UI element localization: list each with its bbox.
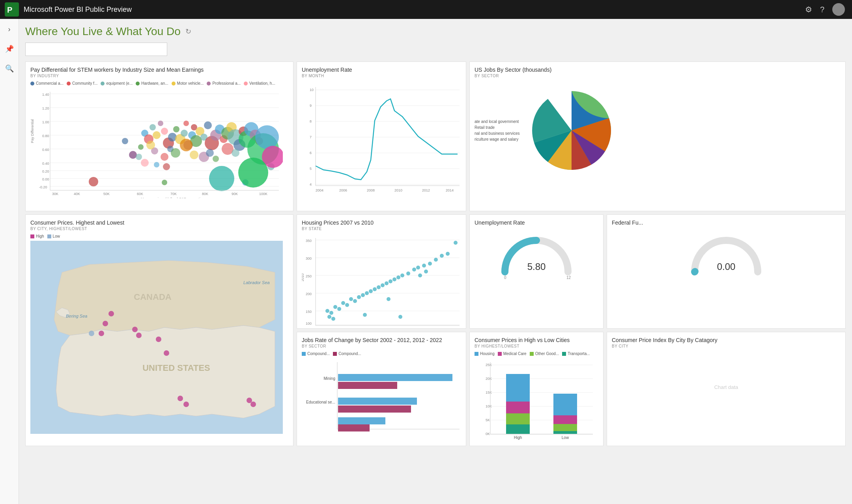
sidebar: › 📌 🔍 xyxy=(0,19,19,504)
svg-point-177 xyxy=(434,258,438,262)
svg-text:40K: 40K xyxy=(74,192,80,196)
legend-item: Community f... xyxy=(67,81,97,86)
svg-rect-198 xyxy=(338,398,417,405)
svg-point-178 xyxy=(440,254,444,258)
svg-point-182 xyxy=(331,317,335,321)
consumer-index-card: Consumer Price Index By City By Catagory… xyxy=(607,332,846,446)
svg-point-162 xyxy=(365,291,369,295)
svg-point-86 xyxy=(206,149,214,157)
svg-text:300: 300 xyxy=(306,257,312,260)
svg-text:0.00: 0.00 xyxy=(717,261,736,272)
svg-text:5: 5 xyxy=(310,167,312,171)
svg-text:2004: 2004 xyxy=(316,188,323,192)
svg-point-80 xyxy=(136,154,142,160)
svg-text:Mean earnings (dollars) S&E oc: Mean earnings (dollars) S&E occupations xyxy=(141,197,206,198)
svg-point-165 xyxy=(377,285,381,289)
sidebar-search-icon[interactable]: 🔍 xyxy=(2,61,17,76)
svg-text:300: 300 xyxy=(412,327,418,329)
svg-point-87 xyxy=(213,156,219,162)
refresh-icon[interactable]: ↻ xyxy=(185,27,191,36)
svg-text:6: 6 xyxy=(310,151,312,155)
svg-point-70 xyxy=(162,180,167,185)
svg-text:70K: 70K xyxy=(170,192,177,196)
svg-text:250: 250 xyxy=(306,274,312,278)
page-title: Where You Live & What You Do xyxy=(25,25,181,38)
unemployment-gauge-card: Unemployment Rate 5.80 0 12 xyxy=(469,214,604,329)
svg-point-124 xyxy=(156,337,161,342)
svg-text:50K: 50K xyxy=(103,192,110,196)
svg-text:2010: 2010 xyxy=(302,273,305,281)
search-input[interactable] xyxy=(25,43,167,56)
svg-point-45 xyxy=(183,121,189,126)
help-icon[interactable]: ? xyxy=(818,3,827,17)
settings-icon[interactable]: ⚙ xyxy=(803,2,815,17)
svg-text:2014: 2014 xyxy=(446,188,454,192)
unemployment-line-svg: 10 9 8 7 6 5 4 2004 2006 2008 2010 xyxy=(302,81,463,203)
sidebar-pin-icon[interactable]: 📌 xyxy=(2,41,17,56)
gauge-title: Unemployment Rate xyxy=(475,219,598,226)
stacked-bar-svg: 25K 20K 15K 10K 5K 0K xyxy=(475,358,601,441)
legend-other: Other Good... xyxy=(530,351,559,356)
consumer-stacked-card: Consumer Prices in High vs Low Cities BY… xyxy=(469,332,604,446)
pie-chart-card: US Jobs By Sector (thousands) BY SECTOR … xyxy=(469,61,846,211)
svg-rect-220 xyxy=(553,424,577,431)
svg-text:150: 150 xyxy=(306,310,312,314)
pie-chart-subtitle: BY SECTOR xyxy=(475,74,841,78)
topbar-title: Microsoft Power BI Public Preview xyxy=(24,6,803,14)
svg-rect-195 xyxy=(338,374,452,381)
svg-text:0.00: 0.00 xyxy=(42,177,49,181)
svg-rect-199 xyxy=(338,405,411,413)
map-subtitle: BY CITY, HIGHEST/LOWEST xyxy=(30,227,288,231)
legend-item: Professional a... xyxy=(207,81,241,86)
svg-point-79 xyxy=(146,141,155,149)
sidebar-expand-icon[interactable]: › xyxy=(5,22,14,37)
svg-point-39 xyxy=(161,128,168,135)
svg-point-119 xyxy=(108,311,114,316)
svg-text:250: 250 xyxy=(381,327,387,329)
svg-point-157 xyxy=(345,303,349,307)
svg-point-168 xyxy=(389,279,392,283)
svg-rect-201 xyxy=(338,424,370,431)
svg-text:5K: 5K xyxy=(486,418,490,422)
svg-point-171 xyxy=(400,273,404,277)
svg-point-52 xyxy=(204,121,212,129)
federal-title: Federal Fu... xyxy=(612,219,841,226)
gauge-svg: 5.80 0 12 xyxy=(497,229,576,280)
svg-text:7: 7 xyxy=(310,135,312,139)
consumer-index-subtitle: BY CITY xyxy=(612,344,841,348)
user-icon[interactable] xyxy=(830,1,847,18)
bubble-chart-svg: 1.40 1.20 1.00 0.80 0.60 0.40 0.20 0.00 … xyxy=(30,88,283,198)
svg-point-174 xyxy=(416,266,420,270)
consumer-index-placeholder: Chart data xyxy=(612,351,841,422)
svg-point-173 xyxy=(412,268,416,272)
svg-point-186 xyxy=(424,270,428,273)
svg-point-183 xyxy=(363,313,367,317)
jobs-bar-card: Jobs Rate of Change by Sector 2002 - 201… xyxy=(297,332,466,446)
svg-point-73 xyxy=(209,166,234,191)
consumer-stacked-legend: Housing Medical Care Other Good... Trans… xyxy=(475,351,598,356)
svg-point-176 xyxy=(428,262,432,266)
bubble-chart-title: Pay Differential for STEM workers by Ind… xyxy=(30,67,288,73)
svg-point-153 xyxy=(329,311,333,315)
svg-text:350: 350 xyxy=(306,239,312,243)
svg-text:12: 12 xyxy=(566,275,571,280)
consumer-index-title: Consumer Price Index By City By Catagory xyxy=(612,337,841,343)
svg-text:Low: Low xyxy=(562,435,569,440)
svg-text:Educational se...: Educational se... xyxy=(306,400,335,404)
legend-item: Hardware, an... xyxy=(136,81,168,86)
svg-point-155 xyxy=(337,307,341,311)
svg-point-31 xyxy=(122,138,128,144)
svg-point-130 xyxy=(89,331,94,336)
svg-point-44 xyxy=(181,130,188,137)
svg-rect-219 xyxy=(553,415,577,424)
svg-text:Bering Sea: Bering Sea xyxy=(66,314,87,318)
svg-point-122 xyxy=(132,327,138,332)
svg-point-167 xyxy=(385,281,389,285)
svg-point-36 xyxy=(149,124,156,130)
svg-text:80K: 80K xyxy=(202,192,208,196)
svg-point-152 xyxy=(325,309,329,313)
svg-text:8: 8 xyxy=(310,119,312,123)
map-card: Consumer Prices. Highest and Lowest BY C… xyxy=(25,214,293,446)
user-avatar xyxy=(832,3,845,16)
legend-item: equipment (e... xyxy=(101,81,133,86)
